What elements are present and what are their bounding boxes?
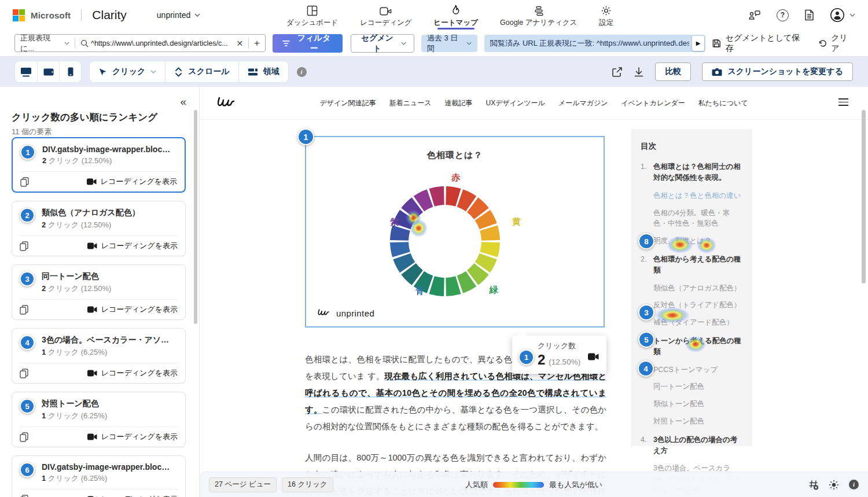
chevron-down-icon (849, 12, 855, 18)
site-nav-link[interactable]: 私たちについて (698, 98, 748, 108)
figure-watermark: unprinted (317, 307, 374, 319)
ranking-card[interactable]: 2 類似色（アナロガス配色） 2 クリック (12.50%) レコーディングを表… (12, 201, 186, 256)
element-title: 類似色（アナロガス配色） (42, 208, 140, 218)
tooltip-pointer (517, 330, 527, 341)
change-screenshot-button[interactable]: スクリーンショットを変更する (702, 62, 853, 81)
click-heat-spot (685, 336, 706, 352)
scroll-icon (174, 67, 183, 77)
filter-button[interactable]: フィルター (273, 34, 343, 53)
toc-section-title[interactable]: 色相環とは？色相同士の相対的な関係性を表現。 (653, 161, 742, 184)
clear-input-icon[interactable]: ✕ (231, 39, 248, 48)
sidebar-scrollbar[interactable] (194, 110, 197, 324)
show-recordings-link[interactable]: レコーディングを表示 (87, 241, 178, 251)
toc-link[interactable]: 類似トーン配色 (653, 399, 742, 410)
toc-link[interactable]: 類似色（アナロガス配色） (653, 283, 742, 294)
share-button[interactable] (612, 67, 623, 78)
rank-badge: 6 (20, 462, 35, 477)
info-icon[interactable]: i (849, 480, 859, 489)
match-type-dropdown[interactable]: 正規表現に... (15, 34, 75, 52)
toc-link[interactable]: 色相の4分類。暖色・寒色・中性色・無彩色 (653, 208, 742, 230)
ranking-card[interactable]: 6 DIV.gatsby-image-wrapper.block.r... 1 … (12, 455, 186, 497)
device-desktop-button[interactable] (15, 61, 37, 82)
copy-icon[interactable] (20, 432, 28, 442)
site-nav-link[interactable]: メールマガジン (558, 98, 608, 108)
save-segment-button[interactable]: セグメントとして保存 (712, 33, 801, 54)
copy-icon[interactable] (20, 305, 28, 315)
tab-recordings[interactable]: レコーディング (360, 0, 411, 30)
toc-link[interactable]: 対照トーン配色 (653, 416, 742, 427)
site-nav-link[interactable]: UXデザインツール (486, 98, 545, 108)
tab-settings[interactable]: 設定 (599, 0, 613, 30)
project-selector[interactable]: unprinted (157, 10, 200, 20)
show-recordings-link[interactable]: レコーディングを表示 (87, 494, 178, 497)
device-toggle-group (15, 61, 81, 82)
account-menu[interactable] (830, 8, 855, 23)
url-regex-input[interactable]: ^https://www\.unprinted\.design/articles… (91, 39, 231, 47)
ranking-card[interactable]: 4 3色の場合。ベースカラー・アソー... 1 クリック (6.25%) レコー… (12, 328, 186, 384)
show-recordings-link[interactable]: レコーディングを表示 (87, 368, 178, 378)
sidebar-subtitle: 11 個の要素 (12, 127, 187, 137)
tab-dashboard[interactable]: ダッシュボード (286, 0, 338, 30)
site-nav-link[interactable]: デザイン関連記事 (320, 98, 376, 108)
date-range-chip[interactable]: 過去 3 日間 (421, 35, 477, 52)
dashboard-icon (307, 5, 318, 16)
site-nav-link[interactable]: イベントカレンダー (621, 98, 685, 108)
release-notes-icon[interactable] (804, 9, 814, 21)
url-filter-chip[interactable]: 閲覧済み URL 正規表現に一致: ^https://www\.unprinte… (484, 35, 705, 52)
copy-icon[interactable] (20, 241, 28, 251)
hamburger-menu-icon[interactable] (838, 98, 848, 108)
avatar (830, 8, 845, 23)
show-recordings-link[interactable]: レコーディングを表示 (87, 176, 177, 187)
device-mobile-button[interactable] (59, 61, 81, 82)
info-icon[interactable]: i (297, 67, 307, 77)
element-title: DIV.gatsby-image-wrapper.block.r... (42, 462, 174, 472)
toc-section-title[interactable]: 色相環から考える配色の種類 (653, 254, 742, 277)
page-scrollbar[interactable] (862, 110, 866, 284)
brightness-icon[interactable] (829, 480, 839, 490)
ranking-card[interactable]: 1 DIV.gatsby-image-wrapper.block.r... 2 … (12, 137, 186, 193)
toc-section-title[interactable]: 3色以上の配色の場合の考え方 (653, 435, 742, 457)
toggle-grid-icon[interactable] (808, 480, 819, 490)
wheel-label-blue: 青 (415, 286, 425, 297)
segment-dropdown-button[interactable]: セグメント (351, 34, 414, 53)
tab-heatmaps[interactable]: ヒートマップ (434, 0, 478, 30)
video-icon (87, 242, 97, 249)
clear-filters-button[interactable]: クリア (818, 33, 854, 54)
toc-link[interactable]: PCCSトーンマップ (653, 365, 742, 375)
chip-scroll-next-button[interactable]: ▶ (692, 36, 704, 51)
ranking-card[interactable]: 3 同一トーン配色 2 クリック (12.50%) レコーディングを表示 (12, 264, 186, 320)
rank-badge: 1 (20, 145, 35, 160)
ranking-card[interactable]: 5 対照トーン配色 1 クリック (6.25%) レコーディングを表示 (12, 392, 186, 447)
collapse-sidebar-icon[interactable]: « (180, 96, 186, 107)
click-count: 1 クリック (6.25%) (42, 347, 174, 358)
heatmap-flame-icon (451, 5, 461, 16)
tab-google-analytics[interactable]: Google アナリティクス (500, 0, 577, 30)
sidebar-title: クリック数の多い順にランキング (12, 111, 187, 124)
help-icon[interactable]: ? (777, 9, 789, 21)
show-recordings-link[interactable]: レコーディングを表示 (87, 432, 178, 442)
clarity-wordmark: Clarity (92, 8, 127, 22)
compare-button[interactable]: 比較 (655, 62, 691, 81)
mode-click-button[interactable]: クリック (90, 61, 165, 82)
tooltip-video-icon[interactable] (588, 353, 599, 360)
article-figure[interactable]: 1 色相環とは？ 赤 黄 緑 青 紫 unprinted (305, 136, 605, 327)
feedback-icon[interactable] (748, 9, 761, 21)
mode-area-button[interactable]: 領域 (238, 61, 288, 82)
ranking-sidebar: « クリック数の多い順にランキング 11 個の要素 1 DIV.gatsby-i… (0, 87, 200, 497)
site-nav-link[interactable]: 連載記事 (444, 98, 472, 108)
share-icon (612, 67, 623, 78)
element-rank-badge: 5 (638, 332, 654, 348)
mode-scroll-button[interactable]: スクロール (165, 61, 238, 82)
copy-icon[interactable] (20, 495, 28, 497)
toolbar-actions: 比較 スクリーンショットを変更する (612, 62, 853, 81)
camera-icon (712, 68, 722, 76)
download-button[interactable] (634, 67, 644, 78)
toc-link[interactable]: 色相とは？色と色相の違い (653, 190, 742, 201)
device-tablet-button[interactable] (37, 61, 59, 82)
toc-link[interactable]: 同一トーン配色 (653, 381, 742, 392)
site-nav-link[interactable]: 新着ニュース (389, 98, 432, 108)
add-filter-icon[interactable]: + (249, 38, 265, 49)
show-recordings-link[interactable]: レコーディングを表示 (87, 304, 178, 315)
copy-icon[interactable] (20, 177, 29, 187)
copy-icon[interactable] (20, 369, 28, 378)
